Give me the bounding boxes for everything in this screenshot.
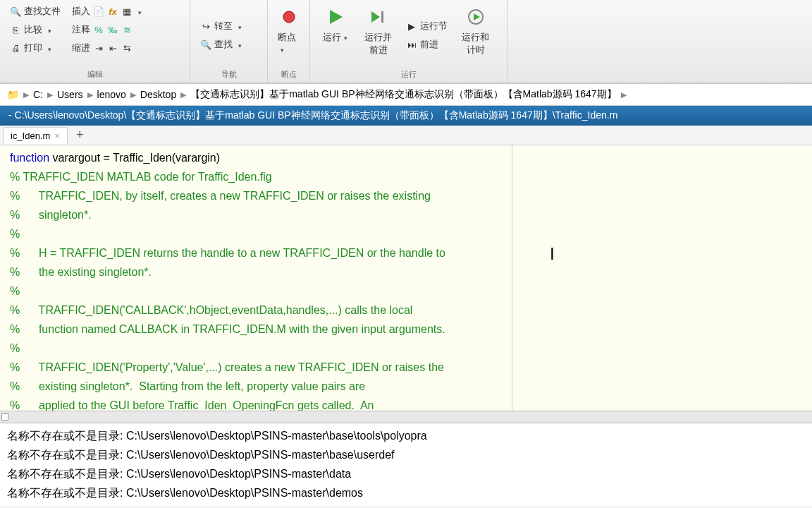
ribbon-toolbar: 🔍查找文件 ⎘比较 🖨打印 插入📄fx▦ 注释%‰≋ 缩进⇥⇤⇆ 编辑 ↪转至 … <box>0 0 812 83</box>
run-time-icon <box>465 6 487 28</box>
svg-marker-2 <box>371 11 380 23</box>
run-group-label: 运行 <box>316 68 501 80</box>
run-icon <box>324 6 347 28</box>
breadcrumb-seg[interactable]: 【交通标志识别】基于matlab GUI BP神经网络交通标志识别（带面板）【含… <box>190 88 616 101</box>
comment-icon: % <box>93 24 104 35</box>
tab-close-button[interactable]: × <box>54 131 60 141</box>
svg-rect-3 <box>381 11 383 23</box>
run-advance-icon <box>367 6 390 28</box>
breadcrumb: 📁 ▶ C:▶ Users▶ lenovo▶ Desktop▶ 【交通标志识别】… <box>0 83 812 106</box>
run-advance-button[interactable]: 运行并 前进 <box>357 3 399 68</box>
breadcrumb-seg[interactable]: Desktop <box>140 89 176 100</box>
breakpoint-button[interactable]: 断点 <box>271 3 307 68</box>
divider-handle-icon <box>1 413 8 421</box>
svg-marker-5 <box>474 13 480 20</box>
run-button[interactable]: 运行 <box>316 3 355 68</box>
tab-label: ic_Iden.m <box>11 131 50 141</box>
editor-ruler <box>512 145 512 411</box>
breadcrumb-seg[interactable]: Users <box>57 89 83 100</box>
run-time-button[interactable]: 运行和 计时 <box>455 3 496 68</box>
goto-button[interactable]: ↪转至 <box>196 18 246 35</box>
compare-icon: ⎘ <box>10 24 21 35</box>
folder-icon: 📁 <box>7 89 19 100</box>
edit-group-label: 编辑 <box>6 68 184 80</box>
outdent-icon: ⇤ <box>107 42 118 54</box>
comment-button[interactable]: 注释%‰≋ <box>68 21 146 38</box>
nav-group-label: 导航 <box>196 68 262 80</box>
panel-divider[interactable] <box>0 411 812 423</box>
fx-icon: fx <box>107 6 118 17</box>
goto-icon: ↪ <box>200 20 211 32</box>
advance-button[interactable]: ⏭前进 <box>402 36 452 53</box>
indent-icon: ⇥ <box>93 42 104 54</box>
smart-indent-icon: ⇆ <box>121 42 133 54</box>
breakpoint-icon <box>278 6 300 28</box>
svg-point-0 <box>283 11 295 23</box>
text-cursor: I <box>550 244 555 264</box>
breakpoint-group-label: 断点 <box>273 68 304 80</box>
uncomment-icon: ‰ <box>107 24 118 35</box>
compare-button[interactable]: ⎘比较 <box>6 21 65 38</box>
section-icon: ▦ <box>121 6 133 17</box>
insert-button[interactable]: 插入📄fx▦ <box>68 3 146 20</box>
find-files-icon: 🔍 <box>10 6 21 17</box>
run-section-button[interactable]: ▶运行节 <box>402 18 452 35</box>
new-tab-button[interactable]: + <box>69 126 91 144</box>
print-button[interactable]: 🖨打印 <box>6 40 65 56</box>
wrap-icon: ≋ <box>121 24 133 35</box>
search-icon: 🔍 <box>200 39 211 50</box>
indent-button[interactable]: 缩进⇥⇤⇆ <box>68 40 146 56</box>
run-section-icon: ▶ <box>406 20 417 32</box>
breadcrumb-drive[interactable]: C: <box>33 89 43 100</box>
insert-icon: 📄 <box>93 6 104 17</box>
editor-tabs: ic_Iden.m × + <box>0 126 812 145</box>
advance-icon: ⏭ <box>406 39 417 50</box>
file-tab[interactable]: ic_Iden.m × <box>3 127 68 144</box>
command-window[interactable]: 名称不存在或不是目录: C:\Users\lenovo\Desktop\PSIN… <box>0 423 812 507</box>
breadcrumb-seg[interactable]: lenovo <box>97 89 126 100</box>
editor-titlebar: - C:\Users\lenovo\Desktop\【交通标志识别】基于matl… <box>0 106 812 126</box>
print-icon: 🖨 <box>10 42 21 54</box>
code-editor[interactable]: function varargout = Traffic_Iden(vararg… <box>0 145 812 411</box>
find-button[interactable]: 🔍查找 <box>196 36 246 53</box>
find-files-button[interactable]: 🔍查找文件 <box>6 3 65 20</box>
svg-marker-1 <box>330 10 343 24</box>
